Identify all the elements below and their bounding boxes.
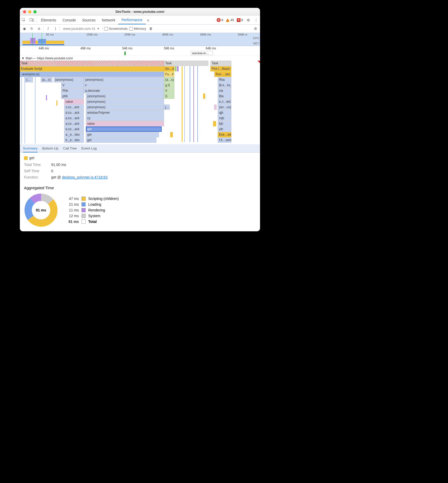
close-icon[interactable] [23, 10, 26, 13]
flame-block[interactable]: Bla [218, 94, 231, 99]
flame-sliver[interactable] [170, 132, 173, 137]
flame-block[interactable]: a.decorate [84, 88, 164, 93]
overview-tick: 96 ms [46, 33, 54, 36]
download-icon[interactable]: ⤵ [52, 27, 58, 31]
flame-block[interactable]: (anonymous) [54, 77, 84, 82]
flame-block[interactable]: a.co…ack [64, 121, 84, 126]
function-link[interactable]: desktop_polymer.js:4718:63 [62, 175, 107, 179]
reload-icon[interactable]: ↻ [29, 27, 34, 31]
overview-timeline[interactable]: 96 ms 1996 ms 2996 ms 3996 ms 4996 ms 59… [20, 33, 260, 46]
flame-task[interactable]: Task [164, 61, 208, 66]
tab-console[interactable]: Console [59, 16, 79, 24]
flame-block[interactable]: S [164, 94, 174, 99]
flame-block[interactable]: value [86, 121, 164, 126]
flame-block[interactable]: d.co…ack [64, 110, 84, 115]
detail-tab-eventlog[interactable]: Event Log [81, 146, 97, 150]
flame-block[interactable]: Run …sks [214, 72, 231, 77]
memory-checkbox[interactable]: Memory [129, 27, 146, 31]
network-request-chip[interactable]: success.m… [191, 51, 213, 55]
flame-block[interactable]: V [164, 88, 174, 93]
screenshots-checkbox[interactable]: Screenshots [104, 27, 128, 31]
time-ruler[interactable]: 446 ms 496 ms 546 ms 596 ms 646 ms [20, 46, 260, 51]
flame-block[interactable]: (anonymous) [84, 77, 164, 82]
flame-block[interactable]: (a…s) [164, 77, 174, 82]
minimize-icon[interactable] [28, 10, 31, 13]
flame-block[interactable]: (anonymous) [86, 105, 164, 110]
gc-icon[interactable]: 🗑 [148, 27, 154, 31]
tab-elements[interactable]: Elements [38, 16, 59, 24]
detail-tab-summary[interactable]: Summary [23, 146, 38, 152]
flame-block[interactable]: g.S [164, 83, 174, 88]
network-lane[interactable]: success.m… [20, 51, 260, 56]
flame-block[interactable]: qjb [218, 110, 231, 115]
flame-block[interactable]: (an…us) [218, 105, 231, 110]
flame-sliver[interactable] [203, 94, 205, 99]
flame-block[interactable]: (… [25, 77, 33, 82]
flame-block[interactable]: Fu…ll [164, 72, 174, 77]
tab-sources[interactable]: Sources [79, 16, 99, 24]
flame-block[interactable]: e.co…ack [64, 126, 84, 132]
flame-block[interactable]: f.fi…vent [218, 137, 231, 143]
flame-block[interactable]: get [86, 132, 159, 137]
flame-task[interactable]: Task [210, 61, 231, 66]
flame-block[interactable]: An…d [164, 66, 174, 71]
flame-block[interactable]: window.Polymer [86, 110, 164, 115]
settings-icon[interactable]: ⚙ [244, 16, 252, 24]
flame-block[interactable]: Eve…ed [218, 132, 231, 137]
flame-block[interactable]: (anonymous) [86, 99, 164, 104]
violation-count[interactable]: ✕6 [235, 18, 244, 22]
flame-block[interactable]: Rka [218, 77, 231, 82]
flame-sliver[interactable] [177, 66, 179, 71]
flame-block[interactable]: xla [218, 88, 231, 93]
flame-block[interactable]: (anonymous) [86, 94, 164, 99]
upload-icon[interactable]: ⤴ [45, 27, 51, 31]
aggregated-title: Aggregated Time [24, 186, 256, 190]
maximize-icon[interactable] [33, 10, 37, 13]
flame-chart[interactable]: Task Task Task Evaluate Script An…d Fire… [20, 61, 260, 144]
flame-block[interactable]: (a…s) [41, 77, 52, 82]
flame-block[interactable]: yib [218, 126, 231, 132]
tab-network[interactable]: Network [99, 16, 118, 24]
more-tabs-icon[interactable]: » [146, 16, 151, 24]
flame-block[interactable]: a._e…ties [64, 132, 84, 137]
flame-block[interactable]: get [86, 137, 156, 143]
detail-tab-calltree[interactable]: Call Tree [63, 146, 77, 150]
error-count[interactable]: ✕8 [215, 18, 225, 22]
flame-block[interactable]: $i.e…ks_ [218, 83, 231, 88]
perf-settings-icon[interactable]: ⚙ [253, 27, 258, 31]
flame-block[interactable]: Fire I…llback [210, 66, 231, 71]
record-icon[interactable]: ◉ [21, 27, 27, 31]
tab-performance[interactable]: Performance [118, 16, 145, 24]
flame-evaluate-script[interactable]: Evaluate Script [20, 66, 164, 71]
flame-block[interactable]: cy [86, 116, 164, 121]
legend-swatch [81, 202, 86, 206]
target-select-label: www.youtube.com #1 [63, 27, 96, 31]
flame-task[interactable]: Task [20, 61, 164, 66]
flame-block[interactable]: e.J…led [218, 99, 231, 104]
device-icon[interactable] [28, 16, 36, 24]
warning-count[interactable]: 45 [225, 18, 235, 22]
target-select[interactable]: www.youtube.com #1 ▾ [62, 27, 101, 31]
flame-sliver[interactable] [214, 105, 217, 110]
flame-block[interactable]: b._e…ties [64, 137, 84, 143]
flame-block[interactable]: (anonymous) [20, 72, 164, 77]
clear-icon[interactable]: ⊘ [36, 27, 42, 31]
kebab-icon[interactable]: ⋮ [252, 16, 260, 24]
flame-block[interactable]: j… [164, 105, 170, 110]
flame-sliver[interactable] [175, 66, 176, 71]
flame-block[interactable]: x.co…ack [64, 105, 84, 110]
detail-tab-bottomup[interactable]: Bottom-Up [42, 146, 58, 150]
flame-block[interactable]: phb [61, 94, 84, 99]
network-request-marker[interactable] [124, 51, 126, 55]
flame-block[interactable]: value [64, 99, 84, 104]
flame-block[interactable]: v [84, 83, 164, 88]
flame-block[interactable]: mjb [218, 116, 231, 121]
inspect-icon[interactable] [20, 16, 28, 24]
flame-block[interactable]: a.co…ack [64, 116, 84, 121]
flame-block[interactable]: kjb [218, 121, 231, 126]
main-track-header[interactable]: ▼ Main — https://www.youtube.com/ [20, 56, 260, 61]
flame-block-selected[interactable]: get [86, 126, 162, 132]
flame-block[interactable]: Phb [61, 88, 84, 93]
flame-block[interactable]: V [61, 83, 84, 88]
flame-sliver[interactable] [213, 121, 216, 126]
